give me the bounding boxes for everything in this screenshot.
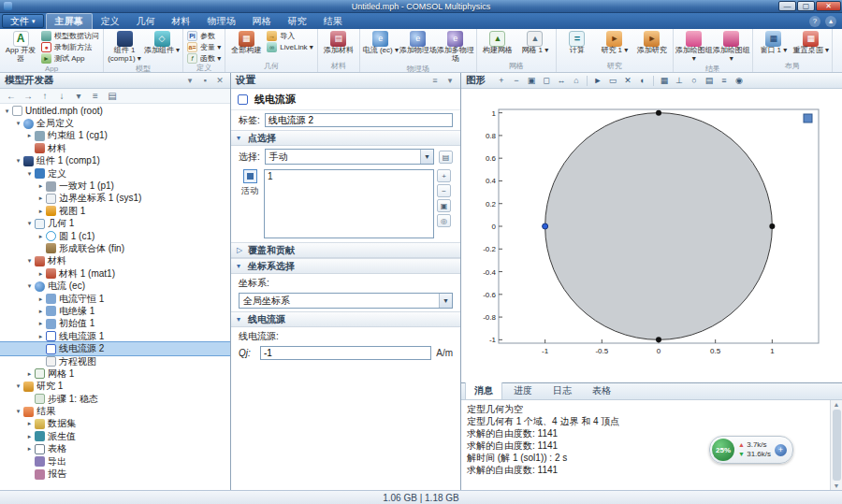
pan-icon[interactable]: ↔: [555, 75, 568, 87]
tree-item[interactable]: ▾结果: [0, 405, 230, 417]
tree-expander-icon[interactable]: ▾: [25, 220, 34, 227]
tree-expander-icon[interactable]: ▸: [36, 208, 45, 215]
resource-monitor-overlay[interactable]: 25% ▲ 3.7k/s ▼ 31.6k/s +: [709, 436, 793, 464]
tree-item[interactable]: ▸圆 1 (c1): [0, 230, 230, 242]
ribbon-button[interactable]: 添加绘图组 ▾: [675, 30, 713, 65]
tree-expander-icon[interactable]: ▾: [3, 108, 11, 115]
ribbon-button[interactable]: ►测试 App: [39, 53, 101, 64]
axes-icon[interactable]: ⊥: [673, 75, 686, 87]
show-options-icon[interactable]: ▾: [73, 91, 84, 101]
ribbon-button[interactable]: ▦窗口 1 ▾: [755, 30, 792, 62]
deselect-icon[interactable]: ✕: [621, 75, 634, 87]
ribbon-tab[interactable]: 几何: [128, 13, 164, 29]
scroll-down-icon[interactable]: ▼: [834, 482, 840, 489]
ribbon-tab[interactable]: 网格: [244, 13, 280, 29]
tree-expander-icon[interactable]: ▸: [36, 320, 45, 327]
ribbon-button[interactable]: 组件 1 (comp1) ▾: [106, 30, 143, 65]
tree-item[interactable]: 材料: [0, 142, 230, 154]
ribbon-button[interactable]: ◇添加组件 ▾: [143, 30, 181, 65]
collapse-ribbon-icon[interactable]: ▴: [825, 16, 836, 27]
panel-menu-icon[interactable]: ▾: [184, 76, 196, 85]
tree-item[interactable]: ▾Untitled.mph (root): [0, 105, 230, 117]
help-icon[interactable]: ?: [809, 16, 820, 27]
tree-expander-icon[interactable]: ▸: [25, 132, 34, 139]
tree-item[interactable]: ▸边界坐标系 1 (sys1): [0, 193, 230, 205]
expand-monitor-button[interactable]: +: [775, 444, 787, 456]
panel-collapse-icon[interactable]: ▪: [199, 76, 210, 85]
ribbon-tab[interactable]: 主屏幕: [46, 13, 93, 29]
ribbon-button[interactable]: e电流 (ec) ▾: [362, 30, 399, 65]
move-up-icon[interactable]: ↑: [39, 91, 51, 101]
tree-expander-icon[interactable]: ▸: [36, 194, 45, 202]
ribbon-tab[interactable]: 材料: [164, 13, 199, 29]
zoom-in-icon[interactable]: +: [495, 75, 508, 87]
tree-expander-icon[interactable]: ▸: [36, 333, 45, 340]
section-coordinate-system[interactable]: ▾ 坐标系选择: [231, 258, 460, 274]
tree-expander-icon[interactable]: ▾: [25, 282, 34, 290]
section-line-current-source[interactable]: ▾ 线电流源: [231, 311, 460, 327]
go-to-default-view-icon[interactable]: ⌂: [570, 75, 583, 87]
select-icon[interactable]: ►: [591, 75, 604, 87]
tree-expander-icon[interactable]: ▾: [25, 257, 34, 265]
tree-item[interactable]: ▾全局定义: [0, 117, 230, 129]
restore-button[interactable]: ▢: [797, 1, 815, 11]
messages-tab[interactable]: 日志: [544, 382, 581, 399]
tree-expander-icon[interactable]: ▾: [25, 170, 34, 178]
remove-selection-button[interactable]: −: [437, 184, 451, 197]
ribbon-button[interactable]: ►添加研究: [633, 30, 671, 62]
move-down-icon[interactable]: ↓: [56, 91, 67, 101]
tree-item[interactable]: 方程视图: [0, 355, 230, 367]
ribbon-button[interactable]: Pi参数: [185, 31, 223, 41]
copy-selection-button[interactable]: ▣: [437, 199, 451, 212]
tree-expander-icon[interactable]: ▾: [14, 120, 22, 127]
selection-list-item[interactable]: 1: [268, 171, 430, 183]
tree-expander-icon[interactable]: ▸: [25, 370, 34, 378]
tree-item[interactable]: ▸电绝缘 1: [0, 305, 230, 317]
messages-tab[interactable]: 进度: [504, 382, 542, 399]
tree-expander-icon[interactable]: ▾: [14, 157, 22, 165]
transparency-icon[interactable]: ◐: [636, 75, 649, 87]
tree-item[interactable]: ▸约束组 1 (cg1): [0, 130, 230, 142]
tree-item[interactable]: ▾定义: [0, 167, 230, 180]
ribbon-button[interactable]: →导入: [265, 31, 315, 41]
ribbon-button[interactable]: ▲构建网格: [479, 30, 516, 62]
tree-expander-icon[interactable]: ▸: [36, 270, 45, 278]
section-point-selection[interactable]: ▾ 点选择: [231, 130, 460, 146]
zoom-box-icon[interactable]: ◻: [540, 75, 553, 87]
tree-item[interactable]: ▸表格: [0, 443, 230, 455]
tree-item[interactable]: ▸电流守恒 1: [0, 293, 230, 305]
tree-expander-icon[interactable]: ▸: [36, 233, 45, 240]
tree-item[interactable]: ▾材料: [0, 255, 230, 267]
paste-selection-button[interactable]: ▤: [439, 151, 453, 164]
ribbon-button[interactable]: ∞LiveLink ▾: [265, 42, 315, 52]
qj-input[interactable]: [260, 346, 431, 360]
forward-icon[interactable]: →: [22, 91, 34, 101]
tree-expander-icon[interactable]: ▸: [25, 433, 34, 440]
tree-item[interactable]: 报告: [0, 468, 230, 480]
filter-icon[interactable]: ▤: [107, 91, 118, 101]
tree-item[interactable]: ▸派生值: [0, 430, 230, 442]
tree-expander-icon[interactable]: ▸: [36, 295, 45, 303]
zoom-extents-icon[interactable]: ▣: [525, 75, 538, 87]
label-input[interactable]: [265, 113, 453, 127]
tree-expander-icon[interactable]: ▸: [25, 445, 34, 453]
tree-item[interactable]: 导出: [0, 455, 230, 468]
ribbon-button[interactable]: 模型数据访问: [39, 31, 101, 41]
ribbon-button[interactable]: 添加绘图组 ▾: [713, 30, 750, 65]
tree-item[interactable]: ▸网格 1: [0, 367, 230, 380]
ribbon-tab[interactable]: 研究: [280, 13, 315, 29]
tree-item[interactable]: ▸材料 1 (mat1): [0, 267, 230, 280]
box-select-icon[interactable]: ▭: [606, 75, 619, 87]
ribbon-button[interactable]: ▦全部构建: [227, 30, 265, 62]
ribbon-button[interactable]: e添加多物理场: [437, 30, 474, 65]
tree-item[interactable]: 线电流源 2: [0, 342, 230, 354]
tree-expander-icon[interactable]: ▾: [14, 382, 22, 390]
messages-tab[interactable]: 表格: [583, 382, 620, 399]
ribbon-button[interactable]: ▲网格 1 ▾: [516, 30, 554, 62]
file-menu-button[interactable]: 文件 ▾: [2, 14, 44, 28]
scroll-up-icon[interactable]: ▲: [834, 401, 840, 408]
ribbon-button[interactable]: e添加物理场: [399, 30, 437, 65]
tree-expander-icon[interactable]: ▸: [25, 420, 34, 427]
section-override[interactable]: ▷ 覆盖和贡献: [231, 242, 460, 258]
panel-close-icon[interactable]: ✕: [214, 76, 225, 85]
